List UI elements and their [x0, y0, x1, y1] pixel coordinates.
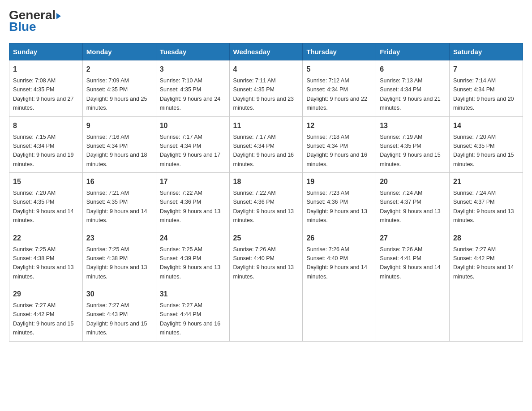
day-info: Sunrise: 7:15 AMSunset: 4:34 PMDaylight:… — [13, 134, 74, 167]
page-header: General Blue — [9, 9, 523, 34]
calendar-week-2: 8Sunrise: 7:15 AMSunset: 4:34 PMDaylight… — [9, 116, 523, 173]
day-info: Sunrise: 7:24 AMSunset: 4:37 PMDaylight:… — [380, 190, 441, 223]
table-row: 26Sunrise: 7:26 AMSunset: 4:40 PMDayligh… — [303, 229, 376, 285]
day-number: 26 — [306, 233, 372, 244]
day-info: Sunrise: 7:16 AMSunset: 4:34 PMDaylight:… — [86, 134, 147, 167]
table-row: 14Sunrise: 7:20 AMSunset: 4:35 PMDayligh… — [450, 116, 523, 173]
day-info: Sunrise: 7:27 AMSunset: 4:42 PMDaylight:… — [453, 246, 514, 280]
day-number: 29 — [13, 289, 79, 300]
day-number: 1 — [13, 64, 79, 75]
day-info: Sunrise: 7:25 AMSunset: 4:39 PMDaylight:… — [160, 246, 221, 280]
day-number: 4 — [233, 64, 299, 75]
day-number: 8 — [13, 120, 79, 131]
table-row: 29Sunrise: 7:27 AMSunset: 4:42 PMDayligh… — [9, 285, 83, 342]
day-number: 16 — [86, 176, 152, 187]
day-number: 19 — [306, 176, 372, 187]
day-number: 23 — [86, 233, 152, 244]
day-info: Sunrise: 7:19 AMSunset: 4:35 PMDaylight:… — [380, 134, 441, 167]
table-row: 11Sunrise: 7:17 AMSunset: 4:34 PMDayligh… — [229, 116, 303, 173]
day-number: 9 — [86, 120, 152, 131]
day-info: Sunrise: 7:22 AMSunset: 4:36 PMDaylight:… — [160, 190, 221, 223]
col-header-wednesday: Wednesday — [229, 43, 303, 60]
day-info: Sunrise: 7:10 AMSunset: 4:35 PMDaylight:… — [160, 77, 221, 111]
table-row: 3Sunrise: 7:10 AMSunset: 4:35 PMDaylight… — [156, 60, 229, 117]
table-row: 2Sunrise: 7:09 AMSunset: 4:35 PMDaylight… — [82, 60, 156, 117]
table-row: 6Sunrise: 7:13 AMSunset: 4:34 PMDaylight… — [376, 60, 450, 117]
table-row: 10Sunrise: 7:17 AMSunset: 4:34 PMDayligh… — [156, 116, 229, 173]
table-row: 7Sunrise: 7:14 AMSunset: 4:34 PMDaylight… — [450, 60, 523, 117]
table-row: 27Sunrise: 7:26 AMSunset: 4:41 PMDayligh… — [376, 229, 450, 285]
table-row: 4Sunrise: 7:11 AMSunset: 4:35 PMDaylight… — [229, 60, 303, 117]
day-info: Sunrise: 7:17 AMSunset: 4:34 PMDaylight:… — [160, 134, 221, 167]
day-info: Sunrise: 7:23 AMSunset: 4:36 PMDaylight:… — [306, 190, 367, 223]
col-header-thursday: Thursday — [303, 43, 376, 60]
day-number: 10 — [160, 120, 226, 131]
day-number: 11 — [233, 120, 299, 131]
calendar-week-4: 22Sunrise: 7:25 AMSunset: 4:38 PMDayligh… — [9, 229, 523, 285]
day-number: 3 — [160, 64, 226, 75]
day-number: 2 — [86, 64, 152, 75]
day-info: Sunrise: 7:13 AMSunset: 4:34 PMDaylight:… — [380, 77, 441, 111]
logo: General Blue — [9, 9, 61, 34]
table-row: 1Sunrise: 7:08 AMSunset: 4:35 PMDaylight… — [9, 60, 83, 117]
col-header-monday: Monday — [82, 43, 156, 60]
day-info: Sunrise: 7:08 AMSunset: 4:35 PMDaylight:… — [13, 77, 74, 111]
day-number: 17 — [160, 176, 226, 187]
day-info: Sunrise: 7:27 AMSunset: 4:44 PMDaylight:… — [160, 302, 221, 336]
table-row: 24Sunrise: 7:25 AMSunset: 4:39 PMDayligh… — [156, 229, 229, 285]
table-row: 16Sunrise: 7:21 AMSunset: 4:35 PMDayligh… — [82, 173, 156, 229]
table-row: 8Sunrise: 7:15 AMSunset: 4:34 PMDaylight… — [9, 116, 83, 173]
table-row: 22Sunrise: 7:25 AMSunset: 4:38 PMDayligh… — [9, 229, 83, 285]
table-row: 17Sunrise: 7:22 AMSunset: 4:36 PMDayligh… — [156, 173, 229, 229]
day-info: Sunrise: 7:25 AMSunset: 4:38 PMDaylight:… — [86, 246, 147, 280]
day-info: Sunrise: 7:27 AMSunset: 4:42 PMDaylight:… — [13, 302, 74, 336]
table-row: 13Sunrise: 7:19 AMSunset: 4:35 PMDayligh… — [376, 116, 450, 173]
calendar-header-row: SundayMondayTuesdayWednesdayThursdayFrid… — [9, 43, 523, 60]
day-number: 15 — [13, 176, 79, 187]
day-info: Sunrise: 7:25 AMSunset: 4:38 PMDaylight:… — [13, 246, 74, 280]
day-info: Sunrise: 7:09 AMSunset: 4:35 PMDaylight:… — [86, 77, 147, 111]
day-number: 18 — [233, 176, 299, 187]
table-row: 18Sunrise: 7:22 AMSunset: 4:36 PMDayligh… — [229, 173, 303, 229]
calendar-week-3: 15Sunrise: 7:20 AMSunset: 4:35 PMDayligh… — [9, 173, 523, 229]
table-row: 30Sunrise: 7:27 AMSunset: 4:43 PMDayligh… — [82, 285, 156, 342]
day-number: 12 — [306, 120, 372, 131]
table-row: 12Sunrise: 7:18 AMSunset: 4:34 PMDayligh… — [303, 116, 376, 173]
table-row — [450, 285, 523, 342]
day-number: 31 — [160, 289, 226, 300]
day-number: 22 — [13, 233, 79, 244]
day-number: 24 — [160, 233, 226, 244]
day-number: 21 — [453, 176, 519, 187]
table-row: 21Sunrise: 7:24 AMSunset: 4:37 PMDayligh… — [450, 173, 523, 229]
day-info: Sunrise: 7:21 AMSunset: 4:35 PMDaylight:… — [86, 190, 147, 223]
day-info: Sunrise: 7:18 AMSunset: 4:34 PMDaylight:… — [306, 134, 367, 167]
day-number: 25 — [233, 233, 299, 244]
calendar-week-1: 1Sunrise: 7:08 AMSunset: 4:35 PMDaylight… — [9, 60, 523, 117]
table-row — [303, 285, 376, 342]
day-info: Sunrise: 7:14 AMSunset: 4:34 PMDaylight:… — [453, 77, 514, 111]
table-row: 20Sunrise: 7:24 AMSunset: 4:37 PMDayligh… — [376, 173, 450, 229]
day-number: 7 — [453, 64, 519, 75]
day-info: Sunrise: 7:12 AMSunset: 4:34 PMDaylight:… — [306, 77, 367, 111]
day-number: 27 — [380, 233, 446, 244]
table-row: 25Sunrise: 7:26 AMSunset: 4:40 PMDayligh… — [229, 229, 303, 285]
day-info: Sunrise: 7:26 AMSunset: 4:40 PMDaylight:… — [306, 246, 367, 280]
day-number: 30 — [86, 289, 152, 300]
day-number: 20 — [380, 176, 446, 187]
day-number: 13 — [380, 120, 446, 131]
day-number: 5 — [306, 64, 372, 75]
calendar-table: SundayMondayTuesdayWednesdayThursdayFrid… — [9, 43, 523, 342]
day-info: Sunrise: 7:17 AMSunset: 4:34 PMDaylight:… — [233, 134, 294, 167]
day-info: Sunrise: 7:22 AMSunset: 4:36 PMDaylight:… — [233, 190, 294, 223]
table-row — [376, 285, 450, 342]
day-info: Sunrise: 7:20 AMSunset: 4:35 PMDaylight:… — [13, 190, 74, 223]
day-info: Sunrise: 7:26 AMSunset: 4:41 PMDaylight:… — [380, 246, 441, 280]
table-row: 9Sunrise: 7:16 AMSunset: 4:34 PMDaylight… — [82, 116, 156, 173]
col-header-tuesday: Tuesday — [156, 43, 229, 60]
day-info: Sunrise: 7:27 AMSunset: 4:43 PMDaylight:… — [86, 302, 147, 336]
col-header-saturday: Saturday — [450, 43, 523, 60]
day-number: 6 — [380, 64, 446, 75]
table-row: 28Sunrise: 7:27 AMSunset: 4:42 PMDayligh… — [450, 229, 523, 285]
table-row: 5Sunrise: 7:12 AMSunset: 4:34 PMDaylight… — [303, 60, 376, 117]
day-info: Sunrise: 7:24 AMSunset: 4:37 PMDaylight:… — [453, 190, 514, 223]
